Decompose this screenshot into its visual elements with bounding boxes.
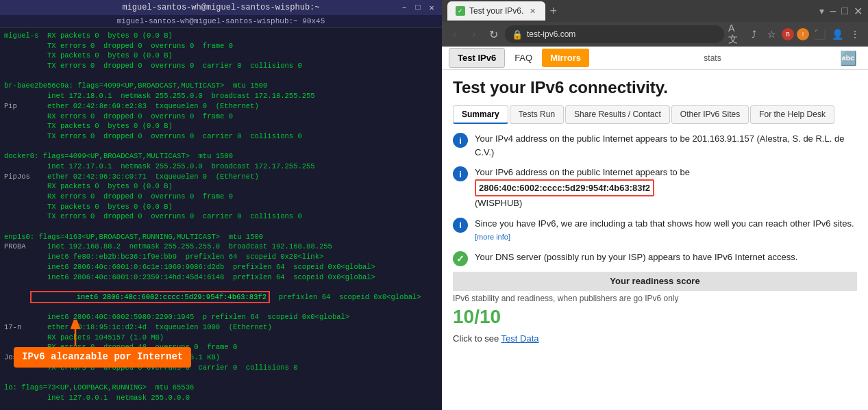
- ipv4-card: i Your IPv4 address on the public Intern…: [453, 132, 857, 159]
- tab-help-desk[interactable]: For the Help Desk: [750, 105, 834, 124]
- tab-close-button[interactable]: ✕: [528, 6, 537, 16]
- ipv6-sites-text: Since you have IPv6, we are including a …: [475, 217, 857, 244]
- terminal-line: inet6 2806:40c:6001:0:2359:14hd:45d4:614…: [4, 272, 438, 283]
- warning-icon[interactable]: !: [797, 28, 809, 40]
- browser-tab-active[interactable]: ✓ Test your IPv6. ✕: [447, 1, 545, 21]
- toolbar-icons: A文 ⤴ ☆ B ! ⬛ 👤 ⋮: [728, 27, 863, 42]
- terminal-title: miguel-santos-wh@miguel-santos-wisphub:~: [122, 3, 319, 12]
- site-nav-stats[interactable]: stats: [698, 51, 726, 66]
- menu-icon[interactable]: ⋮: [847, 27, 863, 42]
- terminal-line: enp1s0: flags=4163<UP,BROADCAST,RUNNING,…: [4, 232, 438, 242]
- terminal-line: TX errors 8 dropped 0 overruns 0 carrier…: [4, 363, 438, 373]
- ipv4-text: Your IPv4 address on the public Internet…: [475, 132, 857, 159]
- tab-tests-run[interactable]: Tests Run: [510, 105, 564, 124]
- browser-toolbar: ‹ › ↻ 🔒 test-ipv6.com A文 ⤴ ☆ B ! ⬛ 👤 ⋮: [442, 22, 868, 47]
- terminal-minimize[interactable]: –: [399, 3, 409, 12]
- terminal-line: TX errors 0 dropped 0 overruns 0 carrier…: [4, 61, 438, 71]
- site-nav-test-ipv6[interactable]: Test IPv6: [449, 48, 505, 68]
- more-info-link[interactable]: [more info]: [475, 233, 510, 241]
- terminal-maximize[interactable]: □: [413, 3, 423, 12]
- terminal-line: [4, 222, 438, 232]
- back-button[interactable]: ‹: [447, 27, 462, 42]
- ipv6-text: Your IPv6 address on the public Internet…: [475, 166, 857, 210]
- tab-summary[interactable]: Summary: [453, 105, 508, 124]
- readiness-bar: Your readiness score: [453, 272, 857, 291]
- tab-title: Test your IPv6.: [469, 6, 523, 16]
- translate-icon[interactable]: A文: [728, 27, 743, 42]
- dns-text: Your DNS server (possibly run by your IS…: [475, 251, 857, 264]
- terminal-line: TX packets 0 bytes 0 (0.0 B): [4, 202, 438, 212]
- terminal-line: inet 172.17.0.1 netmask 255.255.0.0 broa…: [4, 162, 438, 172]
- main-content: Test your IPv6 connectivity. Summary Tes…: [442, 70, 868, 410]
- site-nav: Test IPv6 FAQ Mirrors stats 🔤: [442, 47, 868, 70]
- tab-other-sites[interactable]: Other IPv6 Sites: [671, 105, 749, 124]
- share-icon[interactable]: ⤴: [746, 27, 761, 42]
- terminal-line: TX errors 0 dropped 0 overruns 0 carrier…: [4, 131, 438, 142]
- dns-card: ✓ Your DNS server (possibly run by your …: [453, 251, 857, 266]
- browser-win-area: ▾ – □ ✕: [819, 5, 863, 18]
- tab-share[interactable]: Share Results / Contact: [565, 105, 670, 124]
- terminal-line: inet6 2806:40C:6002:5980:2290:1945 p ref…: [4, 312, 438, 322]
- terminal-line: TX packets 0 bytes 0 (0.0 B): [4, 121, 438, 131]
- terminal-line: TX errors 0 dropped 0 overruns 0 frame 0: [4, 41, 438, 51]
- terminal-panel: miguel-santos-wh@miguel-santos-wisphub:~…: [0, 0, 442, 410]
- info-icon-blue-3: i: [453, 218, 468, 233]
- terminal-line: RX packets 1045157 (1.0 MB): [4, 333, 438, 343]
- info-icon-blue-2: i: [453, 166, 468, 181]
- terminal-line: lo: flags=73<UP,LOOPBACK,RUNNING> mtu 65…: [4, 383, 438, 393]
- tab-list-icon[interactable]: ▾: [819, 5, 824, 16]
- browser-titlebar: ✓ Test your IPv6. ✕ + ▾ – □ ✕: [442, 0, 868, 22]
- reload-button[interactable]: ↻: [486, 27, 501, 42]
- terminal-titlebar: miguel-santos-wh@miguel-santos-wisphub:~…: [0, 0, 442, 15]
- terminal-line: inet 127.0.0.1 netmask 255.0.0.0: [4, 393, 438, 400]
- terminal-line: docker0: flags=4099<UP,BROADCAST,MULTICA…: [4, 151, 438, 162]
- window-restore-btn[interactable]: □: [841, 5, 848, 17]
- address-bar[interactable]: 🔒 test-ipv6.com: [505, 25, 724, 43]
- terminal-line: inet6 2806:40c:6001:0:6c1e:1060:9086:d2d…: [4, 262, 438, 272]
- window-minimize-btn[interactable]: –: [830, 5, 836, 17]
- readiness-score: 10/10: [453, 306, 857, 328]
- test-data-link[interactable]: Test Data: [501, 333, 539, 344]
- terminal-line: PipJos ether 02:42:96:3c:c0:71 txqueuele…: [4, 172, 438, 182]
- browser-panel: ✓ Test your IPv6. ✕ + ▾ – □ ✕ ‹ › ↻ 🔒 te…: [442, 0, 868, 410]
- terminal-line: inet 172.18.0.1 netmask 255.255.0.0 broa…: [4, 91, 438, 101]
- terminal-line: Pip ether 02:42:8e:69:e2:83 txqueuelen 0…: [4, 101, 438, 112]
- browser-title-area: ✓ Test your IPv6. ✕ +: [447, 1, 630, 21]
- terminal-controls: – □ ✕: [399, 3, 436, 12]
- forward-button[interactable]: ›: [467, 27, 482, 42]
- terminal-line: PROBA inet 192.168.88.2 netmask 255.255.…: [4, 242, 438, 252]
- terminal-highlight-line: inet6 2806:40c:6002:cccc:5d29:954f:4b63:…: [4, 282, 438, 312]
- terminal-line: RX packets 0 bytes 0 (0.0 B): [4, 181, 438, 192]
- terminal-line: br-baee2be56c9a: flags=4099<UP,BROADCAST…: [4, 81, 438, 91]
- terminal-line: [4, 71, 438, 81]
- star-icon[interactable]: ☆: [764, 27, 779, 42]
- extensions-icon[interactable]: ⬛: [812, 27, 827, 42]
- terminal-line: [4, 142, 438, 152]
- content-tabs: Summary Tests Run Share Results / Contac…: [453, 105, 857, 124]
- site-nav-mirrors[interactable]: Mirrors: [542, 49, 589, 67]
- info-cards: i Your IPv4 address on the public Intern…: [453, 132, 857, 266]
- terminal-line: RX errors 0 dropped 0 overruns 0 frame 0: [4, 112, 438, 122]
- brave-shield-icon[interactable]: B: [782, 28, 794, 40]
- tab-favicon: ✓: [456, 6, 465, 16]
- terminal-line: TX packets 0 bytes 0 (0.0 B): [4, 51, 438, 61]
- ipv6-card: i Your IPv6 address on the public Intern…: [453, 166, 857, 210]
- url-text: test-ipv6.com: [527, 29, 717, 39]
- site-nav-faq[interactable]: FAQ: [506, 49, 541, 67]
- profile-icon[interactable]: 👤: [830, 27, 845, 42]
- terminal-line: 17-n ether 60:18:95:1c:d2:4d txqueuelen …: [4, 322, 438, 333]
- new-tab-button[interactable]: +: [545, 4, 561, 18]
- terminal-line: Jose TX packets 1853 bytes 305188 (305.1…: [4, 353, 438, 363]
- terminal-line: TX errors 0 dropped 0 overruns 0 carrier…: [4, 212, 438, 222]
- ipv6-sites-card: i Since you have IPv6, we are including …: [453, 217, 857, 244]
- page-translate-icon[interactable]: 🔤: [836, 51, 861, 66]
- security-icon: 🔒: [512, 29, 523, 40]
- terminal-line: inet6 fe80::eb2b:bc36:1f9e:bb9 prefixlen…: [4, 252, 438, 262]
- terminal-line: RX errors 0 dropped 48 overruns 0 frame …: [4, 342, 438, 353]
- terminal-body: miguel-s RX packets 0 bytes 0 (0.0 B) TX…: [0, 28, 442, 400]
- test-data-section: Click to see Test Data: [453, 333, 857, 344]
- terminal-close[interactable]: ✕: [427, 3, 436, 12]
- info-icon-blue-1: i: [453, 133, 468, 148]
- terminal-subtitle: miguel-santos-wh@miguel-santos-wisphub:~…: [0, 15, 442, 28]
- window-close-btn[interactable]: ✕: [854, 5, 863, 18]
